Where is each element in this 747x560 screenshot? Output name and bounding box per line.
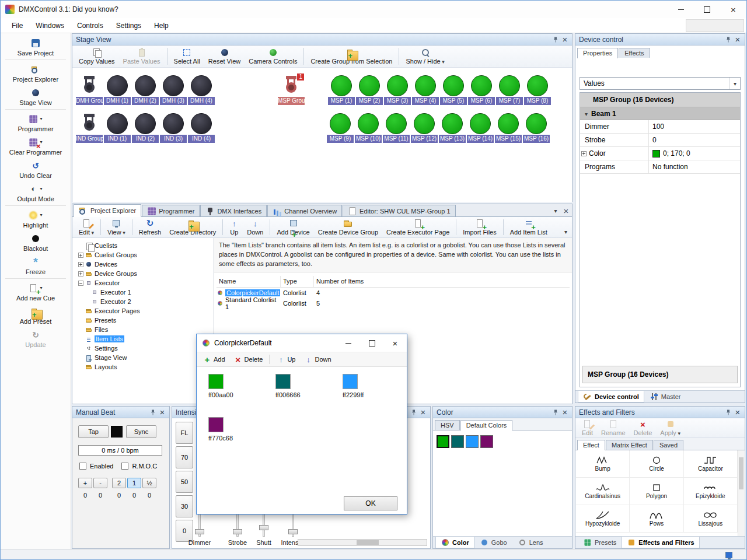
effect-lissajous[interactable]: Lissajous (684, 505, 738, 533)
sidebar-save-project[interactable]: Save Project (1, 35, 71, 58)
effect-hypozykloide[interactable]: Hypozykloide (576, 505, 630, 533)
color-swatch-purple[interactable] (480, 435, 493, 448)
menu-file[interactable]: File (5, 19, 29, 32)
create-device-group-button[interactable]: Create Device Group (314, 218, 382, 237)
effect-polygon[interactable]: Polygon (630, 478, 683, 505)
property-value[interactable]: No function (649, 160, 740, 173)
tree-item-executor[interactable]: Executor (74, 278, 212, 288)
delete-button[interactable]: Delete (230, 354, 267, 365)
minimize-button[interactable] (337, 334, 360, 352)
rmoc-checkbox[interactable] (121, 463, 128, 470)
tab-project-explorer[interactable]: Project Explorer (74, 204, 141, 217)
beam-section-header[interactable]: Beam 1 (580, 107, 740, 120)
beat-half-button[interactable]: ½ (142, 478, 156, 488)
add-item-list-button[interactable]: Add Item List (506, 218, 551, 237)
property-row-strobe[interactable]: Strobe 0 (580, 134, 740, 147)
dock-tab-color[interactable]: Color (435, 537, 474, 548)
effect-circle[interactable]: Circle (630, 450, 683, 478)
import-files-button[interactable]: Import Files (459, 218, 500, 237)
effect-bump[interactable]: Bump (576, 450, 630, 478)
pin-icon[interactable] (551, 408, 560, 417)
level-30-button[interactable]: 30 (176, 495, 193, 517)
down-button[interactable]: Down (300, 354, 334, 365)
property-value[interactable]: 0 (649, 134, 740, 146)
close-icon[interactable] (733, 408, 742, 417)
stage-device[interactable]: IND (1) (104, 113, 131, 143)
tree-item-device-groups[interactable]: Device Groups (74, 269, 212, 278)
menu-help[interactable]: Help (148, 19, 175, 32)
effects-scrollbar[interactable] (738, 450, 744, 536)
color-swatch-green[interactable] (437, 435, 449, 448)
stage-device[interactable]: MSP (4) (412, 75, 439, 105)
stage-device[interactable]: MSP (11) (383, 113, 410, 143)
toolbar-overflow-button[interactable] (562, 226, 570, 237)
select-all-button[interactable]: Select All (170, 46, 204, 66)
scrollbar-thumb[interactable] (357, 540, 379, 545)
colorlist-entry[interactable]: ff00aa00 (208, 374, 273, 398)
sidebar-output-mode[interactable]: Output Mode (1, 181, 71, 204)
stage-device[interactable]: MSP (6) (468, 75, 495, 105)
tap-button[interactable]: Tap (78, 425, 109, 438)
stage-device[interactable]: MSP (15) (495, 113, 522, 143)
effect-capacitor[interactable]: Capacitor (684, 450, 738, 478)
sidebar-project-explorer[interactable]: Project Explorer (1, 61, 71, 85)
tree-item-files[interactable]: Files (74, 325, 212, 334)
beat-double-button[interactable]: 2 (112, 478, 126, 488)
colorlist-entry[interactable]: ff2299ff (343, 374, 407, 398)
tab-matrix-effect[interactable]: Matrix Effect (606, 440, 653, 450)
color-swatch-teal[interactable] (451, 435, 464, 448)
dock-tab-lens[interactable]: Lens (512, 537, 549, 548)
stage-device[interactable]: MSP (13) (439, 113, 466, 143)
tree-item-cuelists[interactable]: Cuelists (74, 241, 212, 250)
pin-icon[interactable] (409, 408, 418, 417)
dock-tab-presets[interactable]: Presets (578, 537, 622, 548)
down-button[interactable]: Down (243, 218, 267, 237)
add-device-button[interactable]: Add Device (273, 218, 313, 237)
tree-item-item-lists[interactable]: Item Lists (74, 334, 212, 344)
property-row-color[interactable]: Color 0; 170; 0 (580, 147, 740, 160)
scrollbar-thumb[interactable] (739, 457, 743, 489)
maximize-button[interactable] (360, 334, 383, 352)
color-swatch-blue[interactable] (466, 435, 479, 448)
horizontal-scrollbar[interactable] (298, 539, 427, 546)
stage-device[interactable]: MSP (10) (355, 113, 382, 143)
create-executor-page-button[interactable]: Create Executor Page (382, 218, 453, 237)
minimize-button[interactable] (668, 1, 694, 18)
expander-icon[interactable] (78, 262, 83, 267)
close-icon[interactable] (560, 408, 570, 417)
stage-device[interactable]: DMH (3) (160, 75, 187, 105)
strobe-fader-handle[interactable] (233, 529, 242, 534)
tree-item-executor-1[interactable]: Executor 1 (74, 288, 212, 297)
sidebar-blackout[interactable]: Blackout (1, 230, 71, 254)
view-button[interactable]: View (103, 218, 130, 237)
edit-button[interactable]: Edit (75, 218, 98, 237)
property-value[interactable]: 0; 170; 0 (649, 147, 740, 160)
property-value[interactable]: 100 (649, 120, 740, 133)
sync-button[interactable]: Sync (126, 425, 156, 438)
project-tree[interactable]: Cuelists Cuelist Groups Devices Device G… (72, 238, 214, 404)
intensity-fader-handle[interactable] (288, 529, 298, 534)
sidebar-clear-programmer[interactable]: Clear Programmer (1, 134, 71, 158)
tree-item-executor-2[interactable]: Executor 2 (74, 297, 212, 306)
stage-device[interactable]: MSP (5) (440, 75, 467, 105)
tab-default-colors[interactable]: Default Colors (460, 420, 513, 430)
beat-plus-button[interactable]: + (78, 478, 92, 488)
stage-device-ind-group[interactable]: IND Group (76, 113, 103, 143)
stage-canvas[interactable]: DMH Group DMH (1) DMH (2) DMH (3) DMH (4… (72, 68, 572, 202)
tab-effects[interactable]: Effects (619, 48, 650, 58)
stage-device[interactable]: DMH (1) (104, 75, 131, 105)
values-dropdown[interactable]: Values (580, 77, 741, 90)
stage-device[interactable]: MSP (2) (356, 75, 383, 105)
window-list-icon[interactable] (551, 206, 560, 215)
table-row[interactable]: Standard Colorlist 1 Colorlist 5 (217, 299, 570, 309)
level-full-button[interactable]: FL (176, 422, 193, 444)
sidebar-stage-view[interactable]: Stage View (1, 85, 71, 108)
effect-epizykloide[interactable]: Epizykloide (684, 478, 738, 505)
pin-icon[interactable] (148, 408, 158, 417)
sidebar-programmer[interactable]: Programmer (1, 111, 71, 134)
dock-tab-effects-and-filters[interactable]: Effects and Filters (622, 537, 699, 548)
sidebar-add-preset[interactable]: Add Preset (1, 303, 71, 327)
up-button[interactable]: Up (273, 354, 299, 365)
tab-properties[interactable]: Properties (577, 48, 618, 58)
tree-item-presets[interactable]: Presets (74, 316, 212, 325)
